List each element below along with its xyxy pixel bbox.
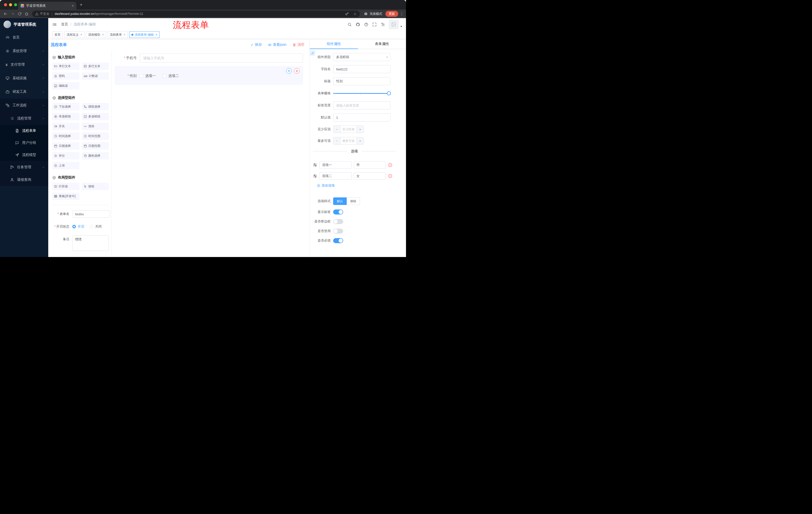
checkbox-option-2[interactable]: 选项二 [163,74,179,78]
home-button[interactable] [23,10,30,17]
min-select-input[interactable]: 至少应选 [341,126,356,133]
browser-menu-icon[interactable]: ⋮ [400,11,404,16]
palette-item-editor[interactable]: 编辑器 [52,82,79,89]
max-select-input[interactable]: 最多可选 [341,137,356,144]
phone-field-row[interactable]: *手机号 [115,54,303,63]
sidebar-item-dev-tools[interactable]: 研发工具 [0,85,48,99]
style-default-button[interactable]: 默认 [333,197,347,205]
palette-item-select[interactable]: 下拉选择 [52,103,79,110]
palette-item-date-picker[interactable]: 日期选择 [52,142,79,150]
sidebar-item-process-form[interactable]: 流程表单 [0,125,48,137]
palette-item-row-container[interactable]: 行容器 [52,183,79,190]
sidebar-item-workflow[interactable]: 工作流程 [0,99,48,112]
tag-close-icon[interactable]: × [124,33,125,36]
required-switch[interactable] [333,238,343,243]
palette-item-table[interactable]: 表格[开发中] [52,193,79,200]
drag-handle-icon[interactable] [313,163,317,167]
form-grid-slider[interactable] [333,89,390,97]
palette-item-checkbox-group[interactable]: 多选框组 [82,113,109,120]
decrease-button[interactable]: − [334,137,341,144]
tag-close-icon[interactable]: × [102,33,104,36]
option-value-input[interactable] [354,172,386,180]
sidebar-item-infrastructure[interactable]: 基础设施 [0,72,48,85]
sidebar-item-home[interactable]: 首页 [0,31,48,44]
tag-process-model[interactable]: 流程模型× [86,31,106,38]
option-label-input[interactable] [319,172,352,180]
palette-item-upload[interactable]: 上传 [52,162,79,169]
status-radio-off[interactable]: 关闭 [90,223,102,231]
breadcrumb-home[interactable]: 首页 [61,22,68,27]
drag-handle-icon[interactable] [313,174,317,178]
sidebar-item-system-management[interactable]: 系统管理 [0,44,48,58]
omnibox[interactable]: 不安全 | dashboard.yudao.iocoder.cn/bpm/man… [32,10,360,17]
traffic-light-maximize[interactable] [14,3,17,6]
bookmark-star-icon[interactable]: ☆ [352,11,358,17]
chain-link-button[interactable] [310,50,315,56]
component-type-select[interactable]: 多选框组 ▾ [333,53,390,61]
caret-down-icon[interactable]: ▾ [401,25,402,28]
palette-item-single-line-text[interactable]: 单行文本 [52,63,79,70]
sidebar-item-process-management[interactable]: 流程管理 [0,112,48,125]
new-tab-button[interactable]: + [80,2,82,7]
palette-item-button[interactable]: 按钮 [82,183,109,190]
palette-item-cascader[interactable]: 级联选择 [82,103,109,110]
clear-button[interactable]: 清空 [292,43,304,47]
add-option-button[interactable]: 添加选项 [317,183,406,188]
app-logo[interactable]: 芋道管理系统 [0,18,48,31]
reload-button[interactable] [16,10,23,17]
view-json-button[interactable]: 查看json [268,43,286,47]
palette-item-password[interactable]: 密码 [52,73,79,80]
label-width-input[interactable] [333,101,390,109]
hamburger-icon[interactable] [52,22,57,27]
gender-checkbox-component[interactable]: *性别 选项一 选项二 [115,66,303,85]
palette-item-rate[interactable]: 评分 [52,152,79,159]
traffic-light-close[interactable] [4,3,7,6]
remove-option-icon[interactable] [388,174,393,178]
copy-component-button[interactable] [286,68,292,74]
decrease-button[interactable]: − [334,126,341,133]
tab-component-props[interactable]: 组件属性 [310,39,358,49]
checkbox-option-1[interactable]: 选项一 [140,74,156,78]
sidebar-item-task-management[interactable]: 任务管理 [0,161,48,173]
option-label-input[interactable] [319,161,352,169]
tag-close-icon[interactable]: × [80,33,82,36]
tag-process-definition[interactable]: 流程定义× [64,31,84,38]
search-icon[interactable] [347,22,352,27]
phone-input[interactable] [140,54,303,63]
sidebar-item-user-group[interactable]: 用户分组 [0,137,48,149]
increase-button[interactable]: + [356,126,364,133]
palette-item-counter[interactable]: 123计数器 [82,73,109,80]
field-name-input[interactable] [333,65,390,73]
tag-home[interactable]: 首页 [52,31,63,38]
github-icon[interactable] [356,22,360,27]
show-label-switch[interactable] [333,210,343,215]
help-icon[interactable] [364,22,368,27]
font-size-icon[interactable] [381,22,385,27]
forward-button[interactable] [9,10,16,17]
fullscreen-icon[interactable] [372,22,377,27]
title-input[interactable] [333,77,390,85]
increase-button[interactable]: + [356,137,364,144]
tag-close-icon[interactable]: × [155,33,157,36]
palette-item-slider[interactable]: 滑块 [82,123,109,130]
remove-option-icon[interactable] [388,163,393,167]
key-icon[interactable] [344,11,350,17]
slider-handle[interactable] [387,91,391,95]
option-value-input[interactable] [354,161,386,169]
browser-tab[interactable]: 芋道管理系统 × [18,2,76,9]
tag-process-form-edit[interactable]: 流程表单-编辑× [129,31,160,38]
disabled-switch[interactable] [333,228,343,234]
delete-component-button[interactable] [294,68,299,74]
save-button[interactable]: ✓保存 [251,43,262,47]
default-value-input[interactable] [333,113,390,121]
sidebar-item-leave-query[interactable]: 请假查询 [0,173,48,186]
palette-item-date-range-picker[interactable]: 日期范围 [82,142,109,150]
palette-item-color-picker[interactable]: 颜色选择 [82,152,109,159]
palette-item-switch[interactable]: 开关 [52,123,79,130]
back-button[interactable] [2,10,9,17]
update-button[interactable]: 更新 [385,11,398,17]
status-radio-on[interactable]: 开启 [72,223,84,231]
palette-item-time-picker[interactable]: 时间选择 [52,133,79,140]
tab-form-props[interactable]: 表单属性 [358,39,406,49]
remark-textarea[interactable]: 嘿嘿 [72,235,109,251]
